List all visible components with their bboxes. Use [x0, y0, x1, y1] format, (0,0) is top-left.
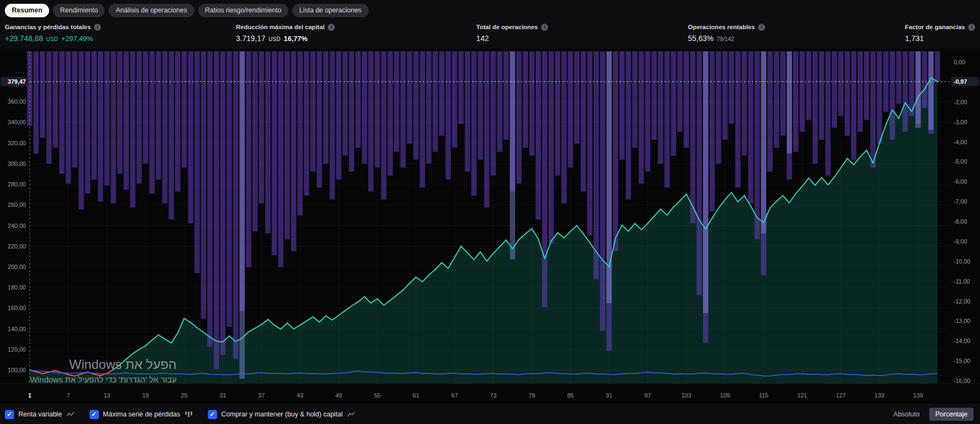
svg-text:280,00: 280,00: [8, 181, 26, 187]
stat-max-drawdown: Reducción máxima del capital 3.719,17 US…: [236, 23, 335, 43]
svg-text:133: 133: [875, 392, 884, 399]
svg-text:85: 85: [567, 392, 573, 399]
info-icon[interactable]: [94, 24, 101, 31]
svg-text:-4,00: -4,00: [954, 139, 967, 145]
svg-text:200,00: 200,00: [8, 264, 26, 270]
svg-text:-15,00: -15,00: [954, 358, 970, 364]
stat-value-main: 3.719,17: [236, 34, 266, 43]
svg-text:127: 127: [836, 392, 846, 399]
svg-text:73: 73: [490, 392, 496, 399]
legend-bar: Renta variable Máxima serie de pérdidas …: [0, 404, 980, 424]
percentage-button[interactable]: Porcentaje: [929, 408, 974, 421]
tab-resumen[interactable]: Resumen: [5, 4, 49, 17]
svg-text:79: 79: [529, 392, 535, 399]
svg-text:109: 109: [720, 392, 730, 399]
stat-value-extra: 16,77%: [284, 35, 308, 43]
svg-text:13: 13: [104, 392, 110, 399]
stats-row: Ganancias y pérdidas totales +29.748,88 …: [0, 21, 980, 49]
svg-text:-2,00: -2,00: [954, 99, 967, 105]
svg-text:140,00: 140,00: [8, 326, 26, 332]
stat-label-text: Ganancias y pérdidas totales: [5, 24, 91, 30]
svg-text:-12,00: -12,00: [954, 298, 970, 305]
stat-value: 3.719,17 USD 16,77%: [236, 34, 335, 43]
svg-text:61: 61: [413, 392, 419, 399]
stat-label: Factor de ganancias: [905, 23, 975, 31]
stat-profit-factor: Factor de ganancias 1,731: [905, 23, 975, 43]
legend-label: Renta variable: [18, 410, 62, 418]
absolute-button[interactable]: Absoluto: [894, 410, 920, 418]
info-icon[interactable]: [758, 24, 765, 31]
svg-text:-3,00: -3,00: [954, 119, 967, 125]
svg-text:360,00: 360,00: [8, 98, 26, 105]
left-axis-labels: 360,00340,00320,00300,00280,00260,00240,…: [1, 77, 28, 373]
stat-label-text: Total de operaciones: [476, 24, 538, 30]
info-icon[interactable]: [541, 24, 548, 31]
svg-text:0,00: 0,00: [954, 59, 965, 65]
svg-text:100,00: 100,00: [8, 367, 26, 373]
svg-text:-16,00: -16,00: [954, 378, 970, 384]
info-icon[interactable]: [328, 24, 335, 31]
svg-text:43: 43: [297, 392, 303, 399]
stat-label: Operaciones rentables: [688, 23, 765, 31]
stat-value-main: 1,731: [905, 34, 924, 43]
svg-text:19: 19: [142, 392, 148, 399]
checkbox-drawdown-icon[interactable]: [90, 410, 99, 419]
svg-text:25: 25: [181, 392, 187, 399]
svg-text:-5,00: -5,00: [954, 158, 967, 165]
tab-rendimiento[interactable]: Rendimiento: [53, 4, 105, 17]
chart-canvas[interactable]: 360,00340,00320,00300,00280,00260,00240,…: [0, 49, 980, 404]
stat-label-text: Reducción máxima del capital: [236, 24, 325, 30]
legend-buy-hold[interactable]: Comprar y mantener (buy & hold) capital: [208, 410, 355, 419]
stat-value-extra: 79/142: [717, 36, 734, 42]
stat-net-profit: Ganancias y pérdidas totales +29.748,88 …: [5, 23, 101, 43]
svg-text:37: 37: [258, 392, 265, 399]
checkbox-buyhold-icon[interactable]: [208, 410, 217, 419]
tab-analisis-operaciones[interactable]: Análisis de operaciones: [109, 4, 194, 17]
x-axis-labels: 1713192531374349556167737985919710310911…: [28, 392, 923, 399]
stat-value-unit: USD: [46, 36, 58, 42]
stat-value-main: 55,63%: [688, 34, 713, 43]
svg-text:139: 139: [913, 392, 923, 399]
svg-text:49: 49: [335, 392, 342, 399]
checkbox-equity-icon[interactable]: [5, 410, 14, 419]
svg-text:7: 7: [66, 392, 70, 399]
svg-text:-7,00: -7,00: [954, 198, 967, 205]
tab-ratios-riesgo[interactable]: Ratios riesgo/rendimiento: [198, 4, 289, 17]
svg-text:160,00: 160,00: [8, 305, 26, 311]
legend-max-serie-perdidas[interactable]: Máxima serie de pérdidas: [90, 410, 193, 419]
legend-renta-variable[interactable]: Renta variable: [5, 410, 75, 419]
tab-lista-operaciones[interactable]: Lista de operaciones: [292, 4, 368, 17]
stat-value: 55,63% 79/142: [688, 34, 765, 43]
right-axis-labels: 0,00-2,00-3,00-4,00-5,00-6,00-7,00-8,00-…: [951, 59, 979, 384]
svg-text:-13,00: -13,00: [954, 318, 970, 324]
svg-text:-0,97: -0,97: [954, 78, 967, 85]
svg-text:121: 121: [797, 392, 807, 399]
svg-text:220,00: 220,00: [8, 243, 26, 250]
stat-value: 142: [476, 34, 548, 43]
svg-text:260,00: 260,00: [8, 201, 26, 208]
svg-text:-6,00: -6,00: [954, 178, 967, 185]
line-icon: [347, 411, 355, 418]
svg-text:103: 103: [681, 392, 691, 399]
svg-text:-14,00: -14,00: [954, 338, 970, 344]
info-icon[interactable]: [968, 24, 975, 31]
equity-curve-icon: [66, 411, 75, 418]
svg-text:300,00: 300,00: [8, 160, 26, 167]
legend-label: Comprar y mantener (buy & hold) capital: [221, 410, 343, 418]
stat-value-extra: +297,49%: [61, 35, 93, 43]
svg-text:97: 97: [644, 392, 651, 399]
stat-label: Reducción máxima del capital: [236, 23, 335, 31]
svg-text:67: 67: [451, 392, 458, 399]
stat-label-text: Operaciones rentables: [688, 24, 755, 30]
stat-value: 1,731: [905, 34, 975, 43]
stat-value-main: +29.748,88: [5, 34, 43, 43]
svg-text:180,00: 180,00: [8, 284, 26, 291]
svg-text:115: 115: [759, 392, 768, 399]
svg-text:-8,00: -8,00: [954, 218, 967, 225]
stat-value: +29.748,88 USD +297,49%: [5, 34, 101, 43]
svg-text:340,00: 340,00: [8, 119, 26, 125]
stat-profitable-trades: Operaciones rentables 55,63% 79/142: [688, 23, 765, 43]
stat-value-main: 142: [476, 34, 489, 43]
stat-label-text: Factor de ganancias: [905, 24, 965, 30]
svg-text:31: 31: [220, 392, 226, 399]
